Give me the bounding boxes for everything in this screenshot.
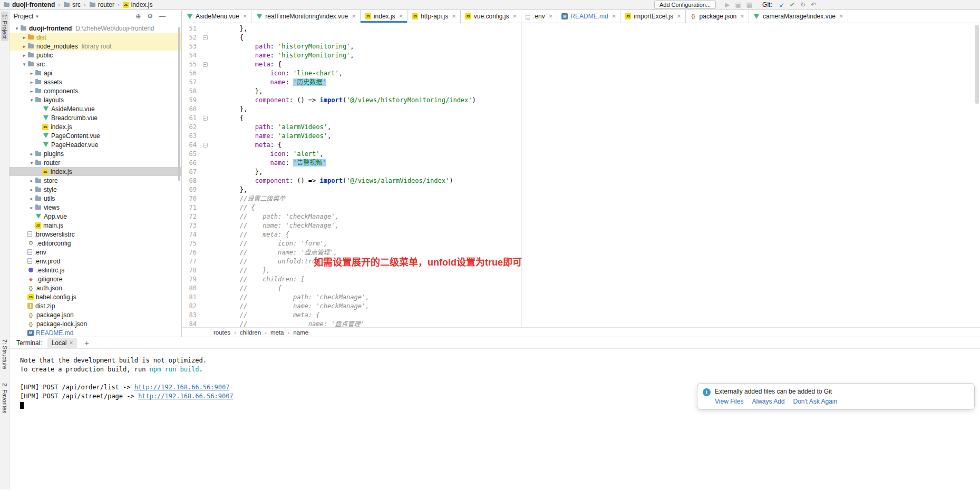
- line-number[interactable]: 68: [182, 177, 201, 185]
- tree-item-index.js[interactable]: JSindex.js: [9, 167, 181, 176]
- tool-button-favorites[interactable]: 2: Favorites: [1, 380, 8, 416]
- terminal-tab-local[interactable]: Local ×: [47, 338, 77, 348]
- line-number[interactable]: 64: [182, 141, 201, 150]
- tool-button-structure[interactable]: 7: Structure: [1, 337, 8, 372]
- hide-panel-icon[interactable]: —: [159, 13, 166, 20]
- tab-close-icon[interactable]: ×: [677, 14, 681, 19]
- line-number[interactable]: 51: [182, 24, 201, 33]
- line-number[interactable]: 65: [182, 150, 201, 159]
- line-number[interactable]: 57: [182, 78, 201, 87]
- run-icon[interactable]: ▶: [722, 1, 732, 9]
- code-text[interactable]: },: [209, 24, 247, 33]
- line-number[interactable]: 80: [182, 284, 201, 293]
- chevron-down-icon[interactable]: ▾: [28, 97, 35, 103]
- tree-item-PageHeader.vue[interactable]: PageHeader.vue: [9, 140, 181, 149]
- code-text[interactable]: name: '告警视频': [209, 159, 326, 168]
- tree-item-main.js[interactable]: JSmain.js: [9, 221, 181, 230]
- debug-icon[interactable]: ▣: [732, 1, 743, 9]
- notification-action[interactable]: View Files: [715, 398, 743, 405]
- settings-icon[interactable]: ⚙: [147, 13, 153, 20]
- line-number[interactable]: 59: [182, 96, 201, 105]
- editor-tab[interactable]: cameraManage\index.vue×: [749, 10, 848, 23]
- line-number[interactable]: 55: [182, 60, 201, 69]
- chevron-right-icon[interactable]: ▸: [28, 80, 35, 85]
- tree-item-.browserslistrc[interactable]: .browserslistrc: [9, 230, 181, 239]
- line-number[interactable]: 83: [182, 311, 201, 320]
- tool-button-project[interactable]: 1: Project: [1, 12, 8, 41]
- tree-item-.gitignore[interactable]: ◆.gitignore: [9, 275, 181, 283]
- project-scrollbar[interactable]: [178, 27, 180, 181]
- tree-item-components[interactable]: ▸components: [9, 86, 181, 95]
- code-text[interactable]: {: [209, 33, 244, 42]
- code-text[interactable]: },: [209, 168, 263, 177]
- tree-item-plugins[interactable]: ▸plugins: [9, 149, 181, 158]
- editor-tab[interactable]: AsideMenu.vue×: [182, 10, 251, 23]
- line-number[interactable]: 56: [182, 69, 201, 78]
- breadcrumb-item[interactable]: name: [293, 329, 308, 336]
- editor-tab[interactable]: JSimportExcel.js×: [620, 10, 685, 23]
- breadcrumb-item[interactable]: meta: [270, 329, 284, 336]
- breadcrumb-item[interactable]: router: [89, 1, 114, 8]
- tree-item-node_modules[interactable]: ▸node_moduleslibrary root: [9, 42, 181, 51]
- editor-tab[interactable]: {}package.json×: [686, 10, 749, 23]
- code-text[interactable]: component: () => import('@/views/history…: [209, 96, 476, 105]
- tree-item-style[interactable]: ▸style: [9, 185, 181, 194]
- locate-file-icon[interactable]: ⊕: [135, 13, 141, 20]
- chevron-down-icon[interactable]: ▾: [28, 160, 35, 165]
- tree-item-PageContent.vue[interactable]: PageContent.vue: [9, 131, 181, 140]
- chevron-down-icon[interactable]: ▾: [21, 62, 27, 67]
- fold-icon[interactable]: −: [201, 114, 209, 123]
- fold-icon[interactable]: −: [201, 33, 209, 42]
- breadcrumb-item[interactable]: src: [63, 1, 81, 8]
- tree-item-Breadcrumb.vue[interactable]: Breadcrumb.vue: [9, 113, 181, 122]
- update-project-icon[interactable]: ↙: [777, 1, 787, 9]
- fold-box[interactable]: −: [203, 62, 208, 67]
- notification-action[interactable]: Don't Ask Again: [793, 398, 838, 405]
- breadcrumb-item[interactable]: children: [240, 329, 261, 336]
- tree-item-public[interactable]: ▸public: [9, 51, 181, 60]
- editor-tab[interactable]: MREADME.md×: [557, 10, 620, 23]
- tab-close-icon[interactable]: ×: [839, 14, 843, 19]
- line-number[interactable]: 69: [182, 185, 201, 194]
- line-number[interactable]: 76: [182, 248, 201, 257]
- code-text[interactable]: // name: 'checkManage',: [209, 302, 369, 311]
- terminal-link[interactable]: http://192.168.66.56:9007: [134, 384, 230, 391]
- tree-item-router[interactable]: ▾router: [9, 158, 181, 167]
- fold-icon[interactable]: −: [201, 60, 209, 69]
- tab-close-icon[interactable]: ×: [452, 14, 456, 19]
- tree-item-AsideMenu.vue[interactable]: AsideMenu.vue: [9, 104, 181, 113]
- chevron-right-icon[interactable]: ▸: [28, 178, 35, 183]
- tree-item-dist.zip[interactable]: dist.zip: [9, 301, 181, 310]
- tree-item-views[interactable]: ▸views: [9, 203, 181, 212]
- chevron-right-icon[interactable]: ▸: [28, 187, 35, 192]
- fold-icon[interactable]: −: [201, 141, 209, 150]
- code-text[interactable]: // meta: {: [209, 230, 289, 239]
- code-text[interactable]: name: 'alarmVideos',: [209, 132, 331, 141]
- line-number[interactable]: 63: [182, 132, 201, 141]
- code-text[interactable]: icon: 'line-chart',: [209, 69, 343, 78]
- code-text[interactable]: component: () => import('@/views/alarmVi…: [209, 177, 453, 185]
- tab-close-icon[interactable]: ×: [512, 14, 517, 19]
- terminal-output[interactable]: Note that the development build is not o…: [9, 349, 980, 489]
- breadcrumb-item[interactable]: routes: [214, 329, 230, 336]
- code-text[interactable]: // icon: 'form',: [209, 239, 327, 248]
- line-number[interactable]: 79: [182, 275, 201, 284]
- editor-scrollbar[interactable]: [974, 23, 980, 327]
- commit-icon[interactable]: ✔: [787, 1, 798, 9]
- editor-tab[interactable]: JSvue.config.js×: [461, 10, 521, 23]
- line-number[interactable]: 81: [182, 293, 201, 302]
- tree-item-dist[interactable]: ▸dist: [9, 33, 181, 42]
- tree-item-App.vue[interactable]: App.vue: [9, 212, 181, 221]
- code-text[interactable]: },: [209, 105, 247, 114]
- code-text[interactable]: // {: [209, 284, 282, 293]
- code-text[interactable]: // {: [209, 203, 255, 212]
- code-text[interactable]: meta: {: [209, 60, 282, 69]
- line-number[interactable]: 77: [182, 257, 201, 266]
- line-number[interactable]: 73: [182, 221, 201, 230]
- line-number[interactable]: 58: [182, 87, 201, 96]
- line-number[interactable]: 66: [182, 159, 201, 168]
- history-icon[interactable]: ↻: [798, 1, 808, 9]
- line-number[interactable]: 82: [182, 302, 201, 311]
- tree-item-src[interactable]: ▾src: [9, 60, 181, 68]
- code-text[interactable]: // path: 'checkManage',: [209, 293, 369, 302]
